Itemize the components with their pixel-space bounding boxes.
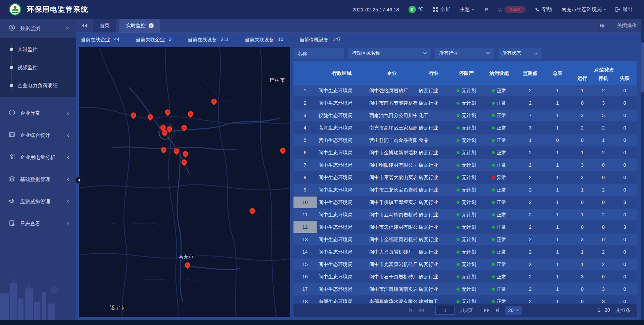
sidebar-item-log-view[interactable]: 日志查看 [0,213,76,235]
cell-industry: 砖瓦行业 [417,184,451,196]
table-row[interactable]: 6阆中生态环境局阆中市金博瑞新型墙材砖瓦行业无计划正常21120 [293,147,637,158]
name-filter-input[interactable] [293,48,344,59]
cell-stop-count: 0 [594,159,613,171]
cell-monitor-points: 2 [516,209,544,220]
divider [478,307,478,314]
user-name: 南充市生态环境局 [561,6,602,13]
close-icon[interactable]: ✕ [149,23,154,28]
cell-index: 14 [293,246,317,258]
status-dot-green [457,176,460,179]
sidebar-item-realtime-monitoring[interactable]: 实时监控 [0,40,76,58]
cell-stop-count: 2 [594,246,613,258]
stats-bar: 当前在线企业:44 当前失联企业:3 当前在线设备:211 当前失联设备:10 … [76,33,644,46]
temperature: 0 ℃ [409,6,424,13]
cell-facility-status: 正常 [482,246,516,258]
sidebar-collapse-handle[interactable] [75,176,83,184]
region-filter-select[interactable]: 行政区域名称 [348,48,431,59]
stat-value: 44 [114,37,119,43]
cell-facility-status: 正常 [482,234,516,245]
vertical-scrollbar[interactable] [641,19,644,320]
cell-run-count: 1 [571,184,594,196]
help-button[interactable]: 帮助 [535,6,552,13]
page-number-input[interactable] [435,306,455,315]
map-labels: 巴中市南充市遂宁市 [79,47,290,317]
stat-value: 211 [221,37,228,43]
cell-monitor-points: 2 [516,97,544,109]
sidebar-item-base-data[interactable]: 基础数据管理 [0,168,76,191]
table-row[interactable]: 14阆中生态环境局阆中大兴页岩机砖厂砖瓦行业无计划正常21120 [293,246,637,258]
tabs-scroll-right-button[interactable] [597,23,607,28]
chevron-left-icon [67,133,69,137]
table-row[interactable]: 3仪陇生态环境局西南油气田分公司川中化工无计划正常71350 [293,110,637,121]
table-row[interactable]: 8阆中生态环境局阆中市枣碧大梁山页岩砖瓦行业无计划异常21300 [293,172,637,183]
sidebar-item-data-monitoring[interactable]: 数据监测 [0,19,76,38]
cell-industry: 砖瓦行业 [417,209,451,220]
cell-index: 9 [293,184,317,196]
table-row[interactable]: 17阆中生态环境局阆中市江南镇阆南页岩砖瓦行业无计划正常21030 [293,283,637,295]
col-industry: 行业 [417,61,451,85]
table-row[interactable]: 5营山生态环境局营山县润丰肉食品有限食品无计划正常10010 [293,134,637,146]
status-dot-green [492,300,495,303]
chevron-left-icon [67,111,69,115]
status-dot-green [457,139,460,142]
sound-button[interactable] [483,7,488,12]
sidebar-item-power-analysis[interactable]: 企业用电量分析 [0,146,76,168]
table-row[interactable]: 2阆中生态环境局阆中市南方节能建材有砖瓦行业无计划正常21030 [293,97,637,109]
fullscreen-button[interactable]: 全屏 [433,6,450,13]
user-menu[interactable]: 南充市生态环境局 ▾ [561,6,606,13]
status-filter-select[interactable]: 所有状态 [498,48,542,59]
cell-run-count: 3 [571,234,594,245]
cell-stop-count: 2 [594,122,613,133]
content-area: 首页 实时监控 ✕ 关闭操作 当前在线企业:44 当前失联企 [76,19,644,320]
tabs-scroll-left-button[interactable] [79,19,90,33]
tab-home[interactable]: 首页 [93,19,116,33]
status-dot-green [457,126,460,129]
first-page-button[interactable] [408,308,413,313]
stat-value: 3 [169,37,171,43]
last-page-button[interactable] [495,308,500,313]
close-operations-button[interactable]: 关闭操作 [617,22,637,29]
notifications-button[interactable]: 2632 [497,6,526,13]
theme-menu[interactable]: 主题 ▾ [460,6,474,13]
table-row[interactable]: 12阆中生态环境局阆中市忠信建材有限公砖瓦行业无计划正常21003 [293,221,637,233]
logout-button[interactable]: 退出 [615,6,633,13]
table-row[interactable]: 4高坪生态环境局南充市高坪区王家店建砖瓦行业无计划正常31220 [293,122,637,133]
table-row[interactable]: 1阆中生态环境局阆中强锐页岩砖厂砖瓦行业无计划正常21120 [293,85,637,96]
table-row[interactable]: 16阆中生态环境局阆中市石子页岩机砖厂砖瓦行业无计划正常21300 [293,271,637,282]
sidebar-item-power-load-detail[interactable]: 企业电力负荷明细 [0,76,76,95]
sidebar-item-emergency-reduction[interactable]: 应急减排管理 [0,191,76,213]
cell-company: 阆中市石子页岩机砖厂 [367,271,417,282]
status-dot-green [492,251,495,254]
map[interactable]: 巴中市南充市遂宁市 [79,47,290,317]
sidebar-item-company-statistics[interactable]: 企业综合统计 [0,124,76,146]
col-meters: 总表 [544,61,571,85]
previous-page-button[interactable] [418,308,424,313]
cell-limit-status: 无计划 [451,172,482,183]
industry-filter-select[interactable]: 所有行业 [435,48,494,59]
table-row[interactable]: 18南部生态环境局南部县鑫华水泥有限公建材加工无计划正常21030 [293,296,637,303]
sidebar-item-video-monitoring[interactable]: 视频监控 [0,58,76,76]
cell-lost-count: 0 [613,97,637,109]
status-dot-green [457,151,460,154]
cell-index: 1 [293,85,317,96]
app-title: 环保用电监管系统 [27,5,89,14]
cell-monitor-points: 2 [516,296,544,303]
table-row[interactable]: 15阆中生态环境局阆中市光富页岩机砖厂砖瓦行业无计划正常21120 [293,259,637,270]
page-size-select[interactable]: 20 [505,306,522,315]
table-row[interactable]: 11阆中生态环境局阆中市五马桥页岩机砖砖瓦行业无计划正常21120 [293,209,637,220]
sidebar-item-company-anomaly[interactable]: 企业异常 [0,102,76,124]
status-dot-green [457,89,460,92]
table-row[interactable]: 10阆中生态环境局阆中千佛镇五郎垭页岩砖瓦行业无计划正常21003 [293,197,637,208]
table-row[interactable]: 9阆中生态环境局阆中市二龙长宝页岩砖砖瓦行业无计划正常21120 [293,184,637,196]
col-limit: 停限产 [451,61,482,85]
cell-facility-status: 正常 [482,209,516,220]
bar-chart-icon [9,154,15,161]
next-page-button[interactable] [484,308,490,313]
tab-realtime-monitoring[interactable]: 实时监控 ✕ [119,19,160,33]
status-dot-green [457,102,460,105]
table-row[interactable]: 13阆中生态环境局阆中市金福旺页岩机砖砖瓦行业无计划正常21300 [293,234,637,245]
cell-industry: 砖瓦行业 [417,85,451,96]
cell-run-count: 0 [571,197,594,208]
scrollbar-thumb[interactable] [641,42,644,93]
table-row[interactable]: 7阆中生态环境局阆中明阳建材有限公司砖瓦行业无计划正常21300 [293,159,637,171]
